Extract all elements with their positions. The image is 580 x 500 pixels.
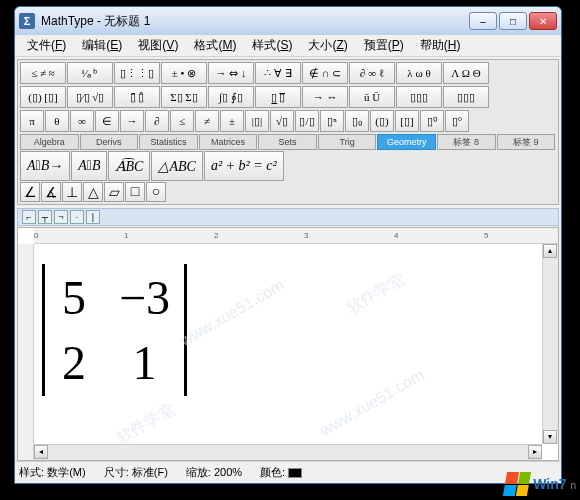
palette-button[interactable]: ∫▯ ∮▯ — [208, 86, 254, 108]
scroll-down-icon[interactable]: ▾ — [543, 430, 557, 444]
palette-button[interactable]: → ↔ — [302, 86, 348, 108]
menu-v[interactable]: 视图(V) — [130, 35, 186, 56]
palette-button[interactable]: Σ▯ Σ▯ — [161, 86, 207, 108]
palette-button[interactable]: ≤ ≠ ≈ — [20, 62, 66, 84]
palette-button[interactable]: [▯] — [395, 110, 419, 132]
palette-button[interactable]: ¹⁄ₐ ᵇ — [67, 62, 113, 84]
template-button[interactable]: △ABC — [151, 151, 202, 181]
scroll-up-icon[interactable]: ▴ — [543, 244, 557, 258]
palette-button[interactable]: ▯⋮⋮▯ — [114, 62, 160, 84]
titlebar[interactable]: Σ MathType - 无标题 1 – □ ✕ — [15, 7, 561, 35]
palette-button[interactable]: ▯̄ ▯̂ — [114, 86, 160, 108]
tab-matrices[interactable]: Matrices — [199, 134, 258, 150]
palette-button[interactable]: ∴ ∀ ∃ — [255, 62, 301, 84]
scrollbar-horizontal[interactable]: ◂ ▸ — [34, 444, 542, 460]
tab-标签 9[interactable]: 标签 9 — [497, 134, 556, 150]
menu-z[interactable]: 大小(Z) — [300, 35, 355, 56]
ruler-vertical — [18, 244, 34, 460]
palette-button[interactable]: λ ω θ — [396, 62, 442, 84]
palette-button[interactable]: ± • ⊗ — [161, 62, 207, 84]
palette-button[interactable]: → ⇔ ↓ — [208, 62, 254, 84]
palette-button[interactable]: ∂ — [145, 110, 169, 132]
palette-button[interactable]: ∈ — [95, 110, 119, 132]
palette-button[interactable]: √▯ — [270, 110, 294, 132]
scroll-right-icon[interactable]: ▸ — [528, 445, 542, 459]
matrix-cell-0-0[interactable]: 5 — [59, 270, 89, 325]
palette-button[interactable]: ▯₀ — [345, 110, 369, 132]
shape-button[interactable]: ○ — [146, 182, 166, 202]
shape-button[interactable]: ∡ — [41, 182, 61, 202]
palette-button[interactable]: ∞ — [70, 110, 94, 132]
menu-f[interactable]: 文件(F) — [19, 35, 74, 56]
palette-button[interactable]: ∉ ∩ ⊂ — [302, 62, 348, 84]
scroll-left-icon[interactable]: ◂ — [34, 445, 48, 459]
template-button[interactable]: A͞B→ — [20, 151, 70, 181]
menubar: 文件(F)编辑(E)视图(V)格式(M)样式(S)大小(Z)预置(P)帮助(H) — [15, 35, 561, 57]
minimize-button[interactable]: – — [469, 12, 497, 30]
matrix-cell-1-1[interactable]: 1 — [119, 335, 170, 390]
template-button[interactable]: A͡BC — [108, 151, 150, 181]
menu-p[interactable]: 预置(P) — [356, 35, 412, 56]
status-zoom: 缩放: 200% — [186, 465, 242, 480]
palette-button[interactable]: ≤ — [170, 110, 194, 132]
template-button[interactable]: A͞B — [71, 151, 107, 181]
template-button[interactable]: a² + b² = c² — [204, 151, 284, 181]
palette-button[interactable]: ± — [220, 110, 244, 132]
maximize-button[interactable]: □ — [499, 12, 527, 30]
color-swatch[interactable] — [288, 468, 302, 478]
tab-derivs[interactable]: Derivs — [80, 134, 139, 150]
shape-button[interactable]: ∠ — [20, 182, 40, 202]
palette-button[interactable]: ▯/▯ — [295, 110, 319, 132]
palette-button[interactable]: → — [120, 110, 144, 132]
matrix-cell-0-1[interactable]: −3 — [119, 270, 170, 325]
ruler-tick: 2 — [214, 231, 218, 240]
app-icon: Σ — [19, 13, 35, 29]
palette-button[interactable]: ≠ — [195, 110, 219, 132]
shape-button[interactable]: □ — [125, 182, 145, 202]
menu-h[interactable]: 帮助(H) — [412, 35, 469, 56]
tab-trig[interactable]: Trig — [318, 134, 377, 150]
determinant-expression[interactable]: 5 −3 2 1 — [42, 264, 187, 396]
palette-button[interactable]: |▯| — [245, 110, 269, 132]
matrix-cell-1-0[interactable]: 2 — [59, 335, 89, 390]
shape-button[interactable]: ▱ — [104, 182, 124, 202]
palette-button[interactable]: ∂ ∞ ℓ — [349, 62, 395, 84]
watermark-logo: Win7 n — [505, 472, 576, 496]
palette-button[interactable]: θ — [45, 110, 69, 132]
menu-e[interactable]: 编辑(E) — [74, 35, 130, 56]
tab-geometry[interactable]: Geometry — [377, 134, 436, 150]
symbol-palette: ≤ ≠ ≈¹⁄ₐ ᵇ▯⋮⋮▯± • ⊗→ ⇔ ↓∴ ∀ ∃∉ ∩ ⊂∂ ∞ ℓλ… — [17, 59, 559, 205]
ruler-tick: 5 — [484, 231, 488, 240]
shape-button[interactable]: △ — [83, 182, 103, 202]
palette-button[interactable]: ▯⁄▯ √▯ — [67, 86, 113, 108]
tab-statistics[interactable]: Statistics — [139, 134, 198, 150]
ruler-tick: 1 — [124, 231, 128, 240]
palette-button[interactable]: (▯) — [370, 110, 394, 132]
tab-left-icon[interactable]: ⌐ — [22, 210, 36, 224]
tab-decimal-icon[interactable]: · — [70, 210, 84, 224]
palette-button[interactable]: ▯⁰ — [420, 110, 444, 132]
palette-button[interactable]: ▯̲ ▯̅ — [255, 86, 301, 108]
close-button[interactable]: ✕ — [529, 12, 557, 30]
menu-s[interactable]: 样式(S) — [244, 35, 300, 56]
tab-bar-icon[interactable]: | — [86, 210, 100, 224]
status-size: 尺寸: 标准(F) — [104, 465, 168, 480]
palette-button[interactable]: π — [20, 110, 44, 132]
tab-right-icon[interactable]: ¬ — [54, 210, 68, 224]
tab-algebra[interactable]: Algebra — [20, 134, 79, 150]
scrollbar-vertical[interactable]: ▴ ▾ — [542, 244, 558, 444]
shape-button[interactable]: ⊥ — [62, 182, 82, 202]
palette-button[interactable]: ū Ū — [349, 86, 395, 108]
tab-sets[interactable]: Sets — [258, 134, 317, 150]
palette-button[interactable]: Λ Ω Θ — [443, 62, 489, 84]
equation-canvas[interactable]: 5 −3 2 1 www.xue51.com 软件学堂 软件学堂 www.xue… — [34, 244, 542, 444]
status-style: 样式: 数学(M) — [19, 465, 86, 480]
palette-button[interactable]: ▯ⁿ — [320, 110, 344, 132]
palette-button[interactable]: ▯° — [445, 110, 469, 132]
tab-标签 8[interactable]: 标签 8 — [437, 134, 496, 150]
palette-button[interactable]: ▯▯▯ — [396, 86, 442, 108]
palette-button[interactable]: ▯▯▯ — [443, 86, 489, 108]
tab-center-icon[interactable]: ┬ — [38, 210, 52, 224]
menu-m[interactable]: 格式(M) — [186, 35, 244, 56]
palette-button[interactable]: (▯) [▯] — [20, 86, 66, 108]
